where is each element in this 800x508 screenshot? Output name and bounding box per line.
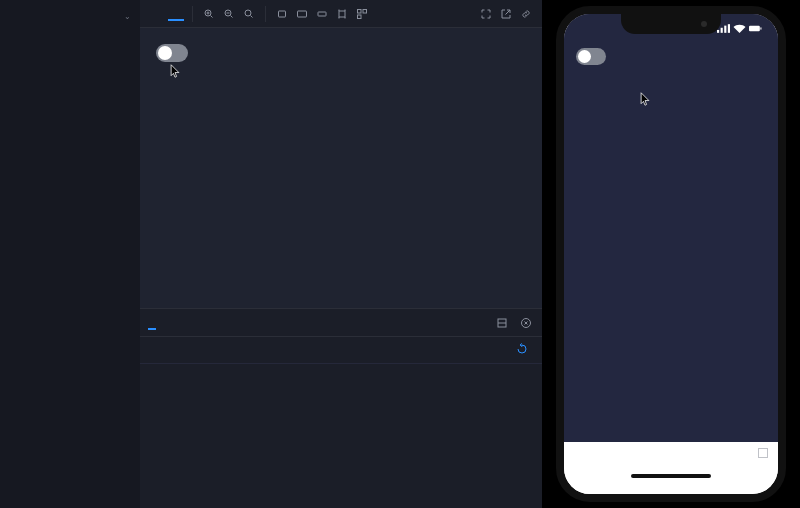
- device-bottom-bar: [564, 442, 778, 494]
- zoom-reset-icon[interactable]: [241, 6, 257, 22]
- link-icon[interactable]: [518, 6, 534, 22]
- col-name: [150, 343, 240, 357]
- svg-rect-14: [724, 25, 726, 32]
- svg-rect-12: [717, 29, 719, 32]
- phone-screen[interactable]: [564, 14, 778, 442]
- home-indicator: [631, 474, 711, 478]
- svg-rect-5: [318, 12, 326, 16]
- device-checkbox[interactable]: [758, 448, 768, 458]
- cursor-icon: [170, 64, 180, 78]
- panel-tab-controls[interactable]: [148, 316, 156, 330]
- svg-rect-3: [279, 11, 286, 17]
- fullscreen-icon[interactable]: [478, 6, 494, 22]
- svg-rect-13: [721, 27, 723, 32]
- main-area: [140, 0, 542, 508]
- panel-close-icon[interactable]: [518, 315, 534, 331]
- panel-tab-actions[interactable]: [164, 317, 172, 329]
- svg-rect-15: [728, 24, 730, 33]
- sidebar: ⌄: [0, 0, 140, 508]
- svg-rect-7: [358, 9, 362, 13]
- svg-rect-9: [358, 15, 362, 19]
- device-preview-panel: [542, 0, 800, 508]
- switcher-on-device[interactable]: [576, 48, 606, 65]
- svg-rect-16: [749, 25, 760, 30]
- open-external-icon[interactable]: [498, 6, 514, 22]
- svg-rect-4: [298, 11, 307, 17]
- viewport-medium-icon[interactable]: [294, 6, 310, 22]
- addon-panel: [140, 308, 542, 508]
- measure-icon[interactable]: [334, 6, 350, 22]
- battery-icon: [749, 24, 762, 33]
- panel-expand-icon[interactable]: [494, 315, 510, 331]
- sidebar-section-title[interactable]: ⌄: [0, 4, 140, 14]
- svg-rect-17: [760, 27, 761, 29]
- col-control: [240, 343, 516, 357]
- viewport-large-icon[interactable]: [314, 6, 330, 22]
- chevron-down-icon: ⌄: [124, 12, 132, 21]
- reset-controls-icon[interactable]: [516, 343, 532, 357]
- viewport-small-icon[interactable]: [274, 6, 290, 22]
- panel-tab-design[interactable]: [180, 317, 188, 329]
- tab-docs[interactable]: [148, 8, 164, 20]
- zoom-out-icon[interactable]: [221, 6, 237, 22]
- phone-notch: [621, 14, 721, 34]
- tab-canvas[interactable]: [168, 7, 184, 21]
- svg-rect-8: [363, 9, 367, 13]
- svg-rect-6: [339, 11, 345, 17]
- panel-tabs: [140, 309, 542, 337]
- controls-header: [140, 337, 542, 364]
- zoom-in-icon[interactable]: [201, 6, 217, 22]
- cursor-icon: [640, 92, 650, 106]
- switcher-preview[interactable]: [156, 44, 188, 62]
- svg-point-2: [245, 10, 251, 16]
- toolbar: [140, 0, 542, 28]
- wifi-icon: [733, 24, 746, 33]
- outline-icon[interactable]: [354, 6, 370, 22]
- phone-frame: [556, 6, 786, 502]
- canvas[interactable]: [140, 28, 542, 308]
